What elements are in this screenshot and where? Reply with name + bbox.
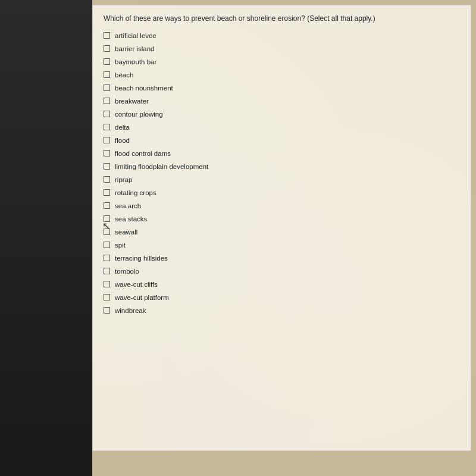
checkbox-contour-plowing[interactable] <box>104 111 110 117</box>
list-item: sea arch <box>104 202 460 209</box>
list-item: beach nourishment <box>104 84 460 92</box>
checkbox-artificial-levee[interactable] <box>104 32 110 39</box>
label-sea-arch[interactable]: sea arch <box>115 202 141 209</box>
checkbox-flood[interactable] <box>104 137 110 143</box>
checkbox-wave-cut-cliffs[interactable] <box>104 281 110 287</box>
list-item: wave-cut platform <box>104 294 460 301</box>
label-wave-cut-platform[interactable]: wave-cut platform <box>115 294 169 301</box>
checkbox-sea-arch[interactable] <box>104 202 110 209</box>
list-item: contour plowing <box>104 111 460 118</box>
list-item: sea stacks <box>104 215 460 223</box>
list-item: spit <box>104 242 460 249</box>
list-item: riprap <box>104 176 460 183</box>
checkbox-wave-cut-platform[interactable] <box>104 294 110 300</box>
label-sea-stacks[interactable]: sea stacks <box>115 215 147 223</box>
checkbox-limiting-floodplain[interactable] <box>104 163 110 170</box>
label-windbreak[interactable]: windbreak <box>115 307 146 314</box>
list-item: artificial levee <box>104 32 460 39</box>
list-item: flood control dams <box>104 150 460 157</box>
list-item: seawall <box>104 228 460 236</box>
label-tombolo[interactable]: tombolo <box>115 268 139 275</box>
list-item: beach <box>104 71 460 79</box>
list-item: baymouth bar <box>104 58 460 65</box>
question-box: Which of these are ways to prevent beach… <box>92 5 471 451</box>
checkbox-terracing-hillsides[interactable] <box>104 255 110 261</box>
list-item: terracing hillsides <box>104 255 460 262</box>
checkbox-list: artificial leveebarrier islandbaymouth b… <box>104 32 460 314</box>
list-item: barrier island <box>104 45 460 52</box>
label-breakwater[interactable]: breakwater <box>115 98 149 105</box>
label-artificial-levee[interactable]: artificial levee <box>115 32 156 39</box>
label-beach[interactable]: beach <box>115 71 133 79</box>
checkbox-sea-stacks[interactable] <box>104 215 110 222</box>
label-contour-plowing[interactable]: contour plowing <box>115 111 163 118</box>
left-panel <box>0 0 92 476</box>
checkbox-spit[interactable] <box>104 242 110 248</box>
checkbox-flood-control-dams[interactable] <box>104 150 110 156</box>
checkbox-beach[interactable] <box>104 71 110 78</box>
list-item: wave-cut cliffs <box>104 281 460 288</box>
question-title: Which of these are ways to prevent beach… <box>104 14 460 24</box>
checkbox-barrier-island[interactable] <box>104 45 110 52</box>
label-flood[interactable]: flood <box>115 137 130 144</box>
label-riprap[interactable]: riprap <box>115 176 132 183</box>
checkbox-riprap[interactable] <box>104 176 110 183</box>
checkbox-rotating-crops[interactable] <box>104 189 110 196</box>
checkbox-beach-nourishment[interactable] <box>104 84 110 91</box>
label-delta[interactable]: delta <box>115 124 130 131</box>
label-barrier-island[interactable]: barrier island <box>115 45 154 52</box>
list-item: flood <box>104 137 460 144</box>
list-item: delta <box>104 124 460 131</box>
label-spit[interactable]: spit <box>115 242 126 249</box>
label-wave-cut-cliffs[interactable]: wave-cut cliffs <box>115 281 158 288</box>
label-beach-nourishment[interactable]: beach nourishment <box>115 84 173 92</box>
list-item: tombolo <box>104 268 460 275</box>
checkbox-windbreak[interactable] <box>104 307 110 314</box>
checkbox-delta[interactable] <box>104 124 110 130</box>
checkbox-breakwater[interactable] <box>104 98 110 104</box>
label-terracing-hillsides[interactable]: terracing hillsides <box>115 255 168 262</box>
label-limiting-floodplain[interactable]: limiting floodplain development <box>115 163 208 170</box>
checkbox-baymouth-bar[interactable] <box>104 58 110 65</box>
label-rotating-crops[interactable]: rotating crops <box>115 189 156 196</box>
label-flood-control-dams[interactable]: flood control dams <box>115 150 171 157</box>
list-item: breakwater <box>104 98 460 105</box>
checkbox-tombolo[interactable] <box>104 268 110 274</box>
checkbox-seawall[interactable] <box>104 228 110 235</box>
list-item: rotating crops <box>104 189 460 196</box>
list-item: limiting floodplain development <box>104 163 460 170</box>
content-area: Which of these are ways to prevent beach… <box>92 0 476 476</box>
list-item: windbreak <box>104 307 460 314</box>
label-baymouth-bar[interactable]: baymouth bar <box>115 58 156 65</box>
label-seawall[interactable]: seawall <box>115 228 137 236</box>
